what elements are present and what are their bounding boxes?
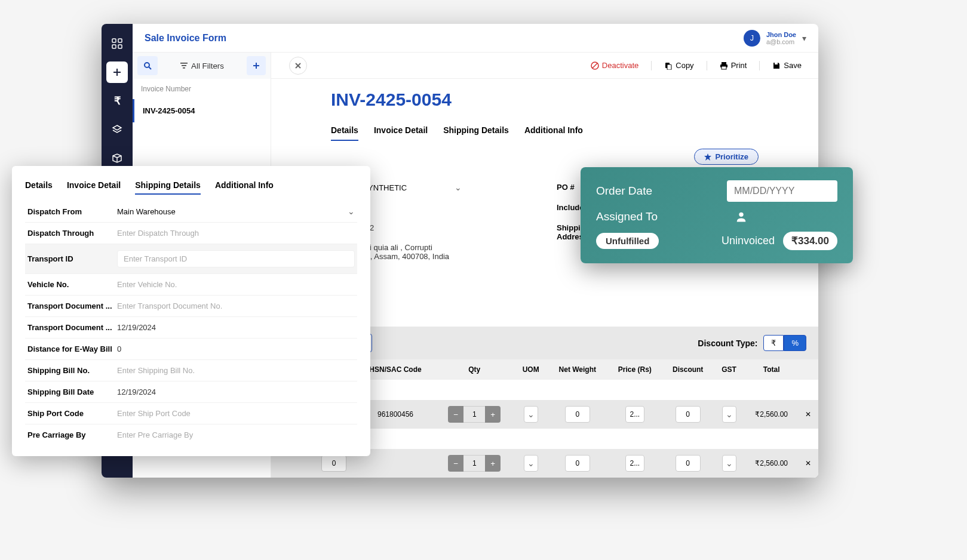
amount-value: ₹334.00 xyxy=(783,232,837,250)
list-header: Invoice Number xyxy=(133,79,271,99)
qty-minus-button[interactable]: − xyxy=(448,406,463,423)
mrp-input[interactable] xyxy=(321,455,346,472)
doc-title: INV-2425-0054 xyxy=(331,90,759,110)
svg-point-11 xyxy=(145,63,149,67)
svg-rect-15 xyxy=(183,67,185,69)
prioritize-row: Prioritize xyxy=(271,141,818,165)
gst-select[interactable]: ⌄ xyxy=(722,406,736,423)
pre-carriage-row: Pre Carriage By xyxy=(25,424,357,445)
avatar: J xyxy=(744,30,760,47)
popup-tabs: Details Invoice Detail Shipping Details … xyxy=(25,177,357,195)
order-date-input[interactable] xyxy=(727,180,837,202)
ship-port-code-input[interactable] xyxy=(117,409,355,418)
chevron-down-icon: ⌄ xyxy=(455,183,462,192)
filters-button[interactable]: All Filters xyxy=(161,56,244,75)
distance-row: Distance for E-Way Bill xyxy=(25,339,357,360)
discount-input[interactable] xyxy=(676,406,701,423)
tab-invoice-detail[interactable]: Invoice Detail xyxy=(374,121,428,141)
shipping-bill-date-row: Shipping Bill Date xyxy=(25,381,357,403)
qty-value: 1 xyxy=(463,406,485,423)
discount-currency-button[interactable]: ₹ xyxy=(763,335,784,351)
remove-row-icon[interactable]: ✕ xyxy=(805,459,811,467)
print-button[interactable]: Print xyxy=(715,59,752,72)
discount-input[interactable] xyxy=(676,455,701,472)
chevron-down-icon: ⌄ xyxy=(348,207,355,216)
tabs: Details Invoice Detail Shipping Details … xyxy=(331,121,759,141)
user-menu[interactable]: J Jhon Doe a@b.com ▾ xyxy=(744,30,806,47)
qty-plus-button[interactable]: + xyxy=(485,455,501,472)
save-button[interactable]: Save xyxy=(768,59,806,72)
price-input[interactable] xyxy=(625,406,644,423)
dispatch-through-input[interactable] xyxy=(117,229,355,238)
col-gst: GST xyxy=(714,359,745,380)
order-summary-popup: Order Date Assigned To Unfulfilled Uninv… xyxy=(581,167,853,263)
list-toolbar: All Filters xyxy=(133,53,271,79)
tab-details[interactable]: Details xyxy=(331,121,358,141)
shipping-details-popup: Details Invoice Detail Shipping Details … xyxy=(12,166,370,456)
weight-input[interactable] xyxy=(565,455,590,472)
qty-value: 1 xyxy=(463,455,485,472)
svg-rect-23 xyxy=(667,64,671,70)
svg-point-29 xyxy=(739,213,743,217)
fulfillment-status: Unfulfilled xyxy=(596,233,659,249)
svg-line-12 xyxy=(149,67,151,69)
transport-id-input[interactable] xyxy=(117,250,355,267)
deactivate-button[interactable]: Deactivate xyxy=(586,59,643,72)
discount-type: Discount Type: ₹ % xyxy=(698,335,806,351)
header: Sale Invoice Form J Jhon Doe a@b.com ▾ xyxy=(133,24,818,53)
shipping-bill-no-input[interactable] xyxy=(117,366,355,375)
search-button[interactable] xyxy=(137,56,158,75)
order-date-label: Order Date xyxy=(596,184,652,198)
svg-marker-6 xyxy=(113,125,121,130)
popup-tab-details[interactable]: Details xyxy=(25,177,53,195)
tab-additional-info[interactable]: Additional Info xyxy=(524,121,583,141)
popup-tab-invoice-detail[interactable]: Invoice Detail xyxy=(67,177,121,195)
price-input[interactable] xyxy=(625,455,644,472)
svg-line-7 xyxy=(113,156,117,158)
transport-doc-date-input[interactable] xyxy=(117,323,355,332)
vehicle-no-input[interactable] xyxy=(117,280,355,289)
shipping-bill-date-input[interactable] xyxy=(117,387,355,396)
svg-rect-14 xyxy=(182,65,186,66)
user-icon[interactable] xyxy=(735,210,748,223)
chevron-down-icon: ▾ xyxy=(802,33,806,43)
add-button[interactable] xyxy=(106,61,128,83)
dispatch-from-select[interactable]: Main Warehouse ⌄ xyxy=(117,207,355,216)
dispatch-from-row: Dispatch From Main Warehouse ⌄ xyxy=(25,201,357,223)
col-discount: Discount xyxy=(662,359,714,380)
distance-input[interactable] xyxy=(117,344,355,353)
remove-row-icon[interactable]: ✕ xyxy=(805,410,811,419)
user-email: a@b.com xyxy=(766,38,796,45)
pre-carriage-input[interactable] xyxy=(117,430,355,439)
gst-select[interactable]: ⌄ xyxy=(722,455,736,472)
qty-minus-button[interactable]: − xyxy=(448,455,463,472)
copy-button[interactable]: Copy xyxy=(659,59,698,72)
weight-input[interactable] xyxy=(565,406,590,423)
add-filter-button[interactable] xyxy=(247,56,266,75)
qty-plus-button[interactable]: + xyxy=(485,406,501,423)
uom-select[interactable]: ⌄ xyxy=(524,406,538,423)
layers-icon[interactable] xyxy=(106,119,128,140)
dispatch-through-row: Dispatch Through xyxy=(25,223,357,244)
discount-percent-button[interactable]: % xyxy=(784,335,806,351)
close-button[interactable] xyxy=(289,57,307,75)
svg-rect-27 xyxy=(775,63,778,64)
transport-id-row: Transport ID xyxy=(25,244,357,274)
svg-rect-0 xyxy=(112,39,116,42)
user-name: Jhon Doe xyxy=(766,31,796,38)
doc-header: INV-2425-0054 Details Invoice Detail Shi… xyxy=(271,79,818,141)
rupee-icon[interactable]: ₹ xyxy=(106,90,128,112)
page-title: Sale Invoice Form xyxy=(145,33,226,44)
transport-doc-no-input[interactable] xyxy=(117,301,355,310)
uom-select[interactable]: ⌄ xyxy=(524,455,538,472)
list-item[interactable]: INV-2425-0054 xyxy=(133,99,271,122)
tab-shipping-details[interactable]: Shipping Details xyxy=(443,121,509,141)
prioritize-button[interactable]: Prioritize xyxy=(694,149,759,165)
vehicle-no-row: Vehicle No. xyxy=(25,274,357,296)
svg-rect-3 xyxy=(118,45,122,48)
popup-tab-additional-info[interactable]: Additional Info xyxy=(215,177,274,195)
dashboard-icon[interactable] xyxy=(106,33,128,54)
popup-tab-shipping-details[interactable]: Shipping Details xyxy=(135,177,201,195)
shipping-bill-no-row: Shipping Bill No. xyxy=(25,360,357,381)
svg-line-21 xyxy=(593,63,597,68)
